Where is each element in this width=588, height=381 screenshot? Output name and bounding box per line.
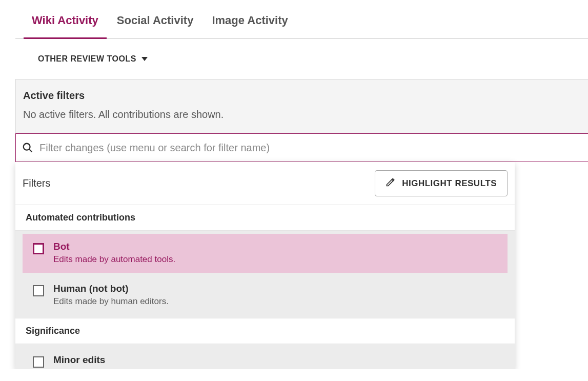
svg-point-0 xyxy=(24,144,30,150)
filter-item-bot[interactable]: Bot Edits made by automated tools. xyxy=(23,234,508,273)
filter-search-bar[interactable] xyxy=(15,133,588,162)
filter-checkbox[interactable] xyxy=(33,285,44,296)
active-filters-panel: Active filters No active filters. All co… xyxy=(15,79,588,133)
filter-item-human[interactable]: Human (not bot) Edits made by human edit… xyxy=(23,276,508,315)
filter-group-heading: Significance xyxy=(15,318,515,344)
filter-item-title: Minor edits xyxy=(53,354,497,366)
filter-item-desc: Edits the author labeled as minor. xyxy=(53,368,497,369)
filter-checkbox[interactable] xyxy=(33,356,44,368)
filters-dropdown: Filters HIGHLIGHT RESULTS Automated cont… xyxy=(15,162,515,369)
filters-dropdown-title: Filters xyxy=(23,177,50,189)
svg-line-1 xyxy=(29,149,32,152)
tab-wiki-activity[interactable]: Wiki Activity xyxy=(31,14,99,38)
filter-checkbox[interactable] xyxy=(33,243,44,254)
highlight-results-button[interactable]: HIGHLIGHT RESULTS xyxy=(375,170,508,196)
active-filters-message: No active filters. All contributions are… xyxy=(23,109,581,121)
filter-item-title: Bot xyxy=(53,241,497,252)
filter-item-desc: Edits made by automated tools. xyxy=(53,254,497,265)
highlight-results-label: HIGHLIGHT RESULTS xyxy=(402,178,497,189)
filter-search-input[interactable] xyxy=(33,142,583,154)
filter-item-minor-edits[interactable]: Minor edits Edits the author labeled as … xyxy=(23,347,508,369)
filter-item-body: Bot Edits made by automated tools. xyxy=(53,241,497,265)
other-review-tools-dropdown[interactable]: OTHER REVIEW TOOLS xyxy=(0,39,588,79)
filters-dropdown-header: Filters HIGHLIGHT RESULTS xyxy=(15,162,515,205)
pencil-icon xyxy=(386,177,396,190)
search-icon xyxy=(22,142,33,153)
filters-scroll-area[interactable]: Automated contributions Bot Edits made b… xyxy=(15,205,515,369)
filter-item-body: Minor edits Edits the author labeled as … xyxy=(53,354,497,369)
filter-item-body: Human (not bot) Edits made by human edit… xyxy=(53,283,497,307)
tab-image-activity[interactable]: Image Activity xyxy=(211,14,289,38)
other-review-tools-label: OTHER REVIEW TOOLS xyxy=(38,54,136,64)
active-filters-title: Active filters xyxy=(23,90,581,102)
filter-item-title: Human (not bot) xyxy=(53,283,497,294)
activity-tabs: Wiki Activity Social Activity Image Acti… xyxy=(15,0,588,39)
filter-group-heading: Automated contributions xyxy=(15,205,515,231)
caret-down-icon xyxy=(141,57,148,61)
tab-social-activity[interactable]: Social Activity xyxy=(116,14,195,38)
filter-item-desc: Edits made by human editors. xyxy=(53,296,497,307)
